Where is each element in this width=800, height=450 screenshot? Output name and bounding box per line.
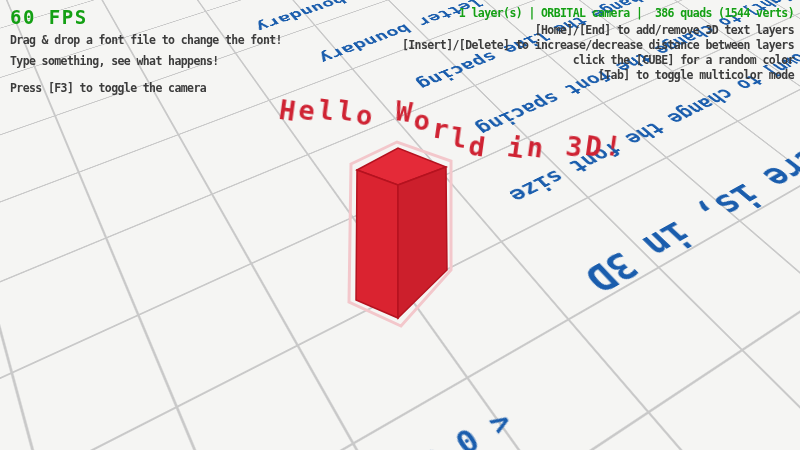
fps-counter: 60 FPS xyxy=(10,6,88,28)
hint-type: Type something, see what happens! xyxy=(10,54,219,68)
hint-layers: [Home]/[End] to add/remove 3D text layer… xyxy=(535,23,794,37)
hint-cube-color: click the [CUBE] for a random color xyxy=(573,53,794,67)
hint-camera-toggle: Press [F3] to toggle the camera xyxy=(10,81,206,95)
hint-drag-drop: Drag & drop a font file to change the fo… xyxy=(10,33,282,47)
param-label-size: < SIZE: 8.0 > xyxy=(268,405,517,450)
hint-layer-distance: [Insert]/[Delete] to increase/decrease d… xyxy=(402,38,794,52)
red-cube[interactable] xyxy=(326,134,462,330)
hint-multicolor-mode: [Tab] to toggle multicolor mode xyxy=(598,68,794,82)
status-bar: 1 layer(s) | ORBITAL camera | 386 quads … xyxy=(459,6,794,20)
cube-right-face xyxy=(398,167,447,318)
viewport: Press [F2] to toggle the text boundary P… xyxy=(0,0,800,450)
cube-left-face xyxy=(356,170,398,318)
